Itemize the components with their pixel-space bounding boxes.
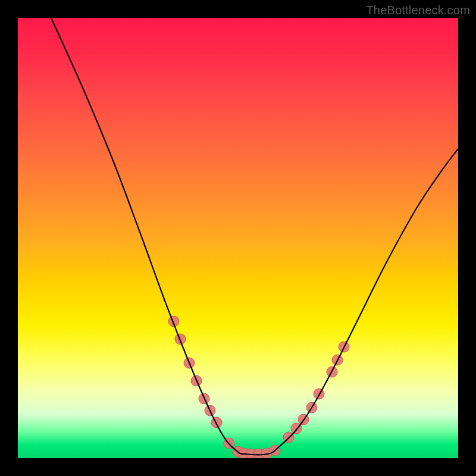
curve-svg (18, 18, 458, 458)
bottleneck-curve (51, 18, 458, 455)
watermark-text: TheBottleneck.com (366, 4, 470, 17)
curve-group (51, 18, 458, 455)
highlight-dot (314, 389, 324, 399)
highlight-dot (211, 417, 222, 428)
marker-group (168, 316, 349, 458)
plot-area (18, 18, 458, 458)
chart-container: TheBottleneck.com (0, 0, 476, 476)
